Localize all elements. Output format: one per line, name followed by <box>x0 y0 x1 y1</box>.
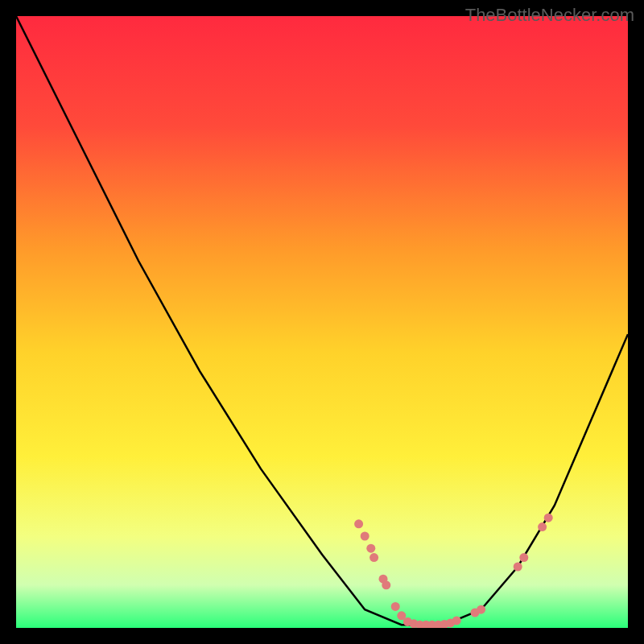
data-marker <box>366 544 375 553</box>
data-marker <box>361 532 369 541</box>
data-marker <box>369 553 378 562</box>
chart-svg <box>16 16 628 628</box>
watermark-text: TheBottleNecker.com <box>465 5 634 26</box>
data-marker <box>514 563 522 572</box>
data-marker <box>452 616 461 625</box>
data-marker <box>544 514 553 522</box>
chart-plot-area <box>16 16 628 628</box>
data-marker <box>391 602 400 611</box>
data-marker <box>354 519 363 528</box>
data-marker <box>538 522 547 531</box>
data-marker <box>382 580 390 589</box>
data-marker <box>477 605 485 614</box>
data-marker <box>519 553 528 562</box>
